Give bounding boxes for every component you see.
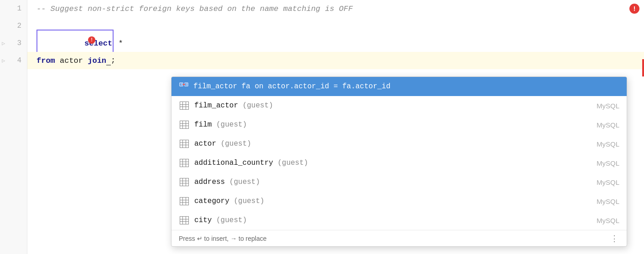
autocomplete-item-6[interactable]: category (guest) MySQL bbox=[171, 192, 627, 211]
item-source-4: MySQL bbox=[597, 159, 619, 167]
footer-hint-text: Press ↵ to insert, → to replace bbox=[179, 235, 267, 242]
keyword-select: s!elect bbox=[84, 39, 112, 48]
code-line-3: s!elect * bbox=[27, 35, 644, 52]
more-icon: ⋮ bbox=[610, 234, 619, 243]
table-name-1: film_actor bbox=[194, 102, 238, 110]
autocomplete-item-6-text: category (guest) bbox=[194, 197, 597, 205]
table-name-4: additional_country bbox=[194, 159, 273, 167]
table-name-7: city bbox=[194, 216, 212, 224]
table-icon-5 bbox=[179, 177, 190, 188]
autocomplete-item-1[interactable]: film_actor (guest) MySQL bbox=[171, 96, 627, 115]
table-icon-4 bbox=[179, 157, 190, 168]
comment-text: -- Suggest non-strict foreign keys based… bbox=[36, 5, 353, 13]
table-name-5: address bbox=[194, 178, 225, 186]
guest-label-2: (guest) bbox=[216, 121, 247, 129]
guest-label-1: (guest) bbox=[243, 102, 273, 110]
autocomplete-item-5[interactable]: address (guest) MySQL bbox=[171, 173, 627, 192]
autocomplete-item-0-label: film_actor fa on actor.actor_id = fa.act… bbox=[193, 82, 390, 91]
code-line-1: -- Suggest non-strict foreign keys based… bbox=[27, 0, 644, 17]
autocomplete-item-5-text: address (guest) bbox=[194, 178, 597, 186]
line-number-4: ▷ 4 bbox=[0, 52, 27, 69]
select-star: * bbox=[114, 39, 123, 48]
item-source-7: MySQL bbox=[597, 217, 619, 224]
table-name-6: category bbox=[194, 197, 229, 205]
autocomplete-item-4[interactable]: additional_country (guest) MySQL bbox=[171, 153, 627, 173]
autocomplete-item-7-text: city (guest) bbox=[194, 216, 597, 224]
code-editor-body[interactable]: -- Suggest non-strict foreign keys based… bbox=[27, 0, 644, 254]
guest-label-7: (guest) bbox=[216, 216, 247, 224]
item-source-5: MySQL bbox=[597, 178, 619, 186]
guest-label-3: (guest) bbox=[221, 140, 251, 148]
code-line-4: from actor join ; bbox=[27, 52, 644, 69]
table-icon-3 bbox=[179, 138, 190, 149]
table-icon-7 bbox=[179, 215, 190, 226]
keyword-from: from bbox=[36, 56, 55, 65]
line-num-label: 2 bbox=[17, 22, 21, 30]
autocomplete-item-1-text: film_actor (guest) bbox=[194, 102, 597, 110]
code-line-2 bbox=[27, 17, 644, 35]
item-source-1: MySQL bbox=[597, 102, 619, 110]
autocomplete-item-3-text: actor (guest) bbox=[194, 140, 597, 148]
autocomplete-item-2[interactable]: film (guest) MySQL bbox=[171, 115, 627, 134]
error-icon-top-right: ! bbox=[629, 4, 639, 14]
svg-text:!: ! bbox=[183, 84, 184, 86]
join-icon-0: ! bbox=[179, 81, 189, 91]
code-area: 1 2 ▷ 3 ▷ 4 -- Suggest non-strict foreig… bbox=[0, 0, 644, 254]
autocomplete-item-0-text: film_actor fa on actor.actor_id = fa.act… bbox=[193, 82, 619, 91]
guest-label-5: (guest) bbox=[229, 178, 260, 186]
autocomplete-item-0[interactable]: ! film_actor fa on actor.actor_id = fa.a… bbox=[171, 77, 627, 96]
item-source-6: MySQL bbox=[597, 198, 619, 205]
editor-container: 1 2 ▷ 3 ▷ 4 -- Suggest non-strict foreig… bbox=[0, 0, 644, 254]
line-number-3: ▷ 3 bbox=[0, 35, 27, 52]
line-num-label: 3 bbox=[17, 39, 21, 47]
autocomplete-item-4-text: additional_country (guest) bbox=[194, 159, 597, 167]
table-icon-6 bbox=[179, 196, 190, 207]
item-source-2: MySQL bbox=[597, 121, 619, 129]
autocomplete-footer: Press ↵ to insert, → to replace ⋮ bbox=[171, 230, 627, 246]
line-number-1: 1 bbox=[0, 0, 27, 17]
gutter-arrow-4: ▷ bbox=[2, 57, 5, 64]
actor-text: actor bbox=[55, 56, 88, 65]
line-numbers-gutter: 1 2 ▷ 3 ▷ 4 bbox=[0, 0, 27, 254]
autocomplete-item-3[interactable]: actor (guest) MySQL bbox=[171, 134, 627, 153]
table-icon-2 bbox=[179, 119, 190, 130]
guest-label-6: (guest) bbox=[234, 197, 264, 205]
autocomplete-dropdown[interactable]: ! film_actor fa on actor.actor_id = fa.a… bbox=[171, 76, 627, 247]
guest-label-4: (guest) bbox=[277, 159, 308, 167]
red-bar-line4 bbox=[642, 59, 644, 76]
table-icon-1 bbox=[179, 100, 190, 111]
line-num-label: 1 bbox=[17, 5, 21, 13]
autocomplete-item-7[interactable]: city (guest) MySQL bbox=[171, 211, 627, 230]
autocomplete-item-2-text: film (guest) bbox=[194, 121, 597, 129]
footer-hint: Press ↵ to insert, → to replace bbox=[179, 235, 267, 242]
item-source-3: MySQL bbox=[597, 140, 619, 148]
keyword-join: join bbox=[88, 56, 106, 65]
join-cursor: ; bbox=[106, 56, 115, 66]
line-number-2: 2 bbox=[0, 17, 27, 35]
table-name-2: film bbox=[194, 121, 212, 129]
line-num-label: 4 bbox=[17, 56, 21, 65]
gutter-arrow-3: ▷ bbox=[2, 40, 5, 47]
footer-more-button[interactable]: ⋮ bbox=[610, 234, 619, 244]
table-name-3: actor bbox=[194, 140, 216, 148]
